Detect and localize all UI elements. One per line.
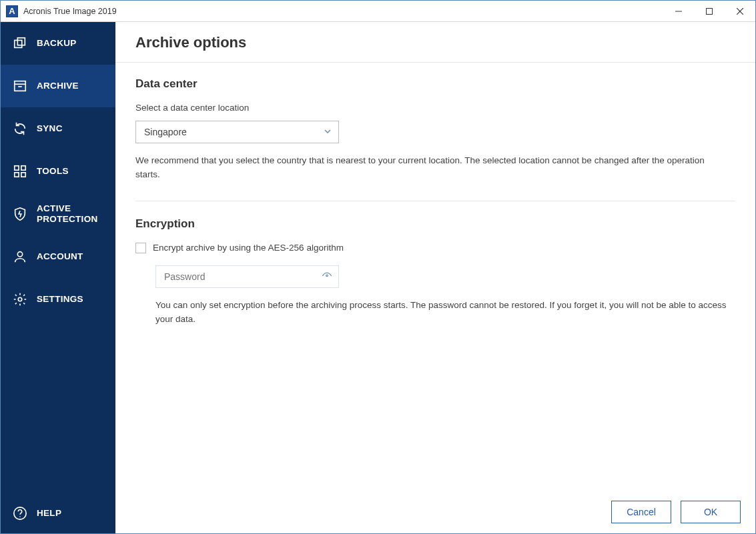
svg-point-17 [326,275,328,277]
page-header: Archive options [115,22,755,63]
encryption-help-text: You can only set encryption before the a… [155,299,735,327]
datacenter-label: Select a data center location [135,103,735,113]
window-title: Acronis True Image 2019 [23,7,117,16]
user-icon [13,249,27,264]
maximize-button[interactable] [694,1,725,22]
footer-buttons: Cancel OK [115,491,755,533]
sidebar-item-label: SYNC [37,123,63,134]
sidebar-item-label: HELP [37,508,61,519]
minimize-button[interactable] [663,1,694,22]
datacenter-select[interactable]: Singapore [135,121,339,143]
svg-point-13 [17,252,22,257]
cancel-button[interactable]: Cancel [611,501,671,523]
section-heading-encryption: Encryption [135,217,735,231]
sidebar-item-label: ACCOUNT [37,251,83,262]
sidebar-item-sync[interactable]: SYNC [1,107,115,150]
section-divider [135,201,735,201]
svg-rect-11 [15,173,19,177]
datacenter-help-text: We recommend that you select the country… [135,154,729,182]
sidebar-item-label: ACTIVE PROTECTION [37,203,103,225]
svg-rect-10 [21,166,25,170]
titlebar: A Acronis True Image 2019 [1,1,755,22]
sync-icon [13,121,27,136]
encrypt-checkbox-label: Encrypt archive by using the AES-256 alg… [153,243,344,253]
sidebar-item-label: TOOLS [37,166,69,177]
app-window: A Acronis True Image 2019 [0,0,756,534]
sidebar-item-tools[interactable]: TOOLS [1,150,115,193]
shield-icon [13,207,27,221]
datacenter-select-value: Singapore [144,127,187,137]
ok-button[interactable]: OK [681,501,741,523]
sidebar-item-settings[interactable]: SETTINGS [1,278,115,321]
gear-icon [13,292,27,307]
svg-rect-4 [15,40,22,47]
svg-point-14 [18,297,22,301]
page-title: Archive options [135,34,735,51]
svg-point-16 [19,516,20,517]
sidebar-item-archive[interactable]: ARCHIVE [1,65,115,107]
page-content: Data center Select a data center locatio… [115,63,755,491]
sidebar-item-label: SETTINGS [37,294,83,305]
sidebar-item-help[interactable]: HELP [1,493,115,533]
backup-icon [13,36,27,51]
tools-icon [13,164,27,179]
sidebar: BACKUP ARCHIVE [1,22,115,533]
sidebar-item-account[interactable]: ACCOUNT [1,235,115,278]
app-icon: A [6,5,18,17]
encrypt-checkbox[interactable] [135,243,146,253]
section-heading-datacenter: Data center [135,77,735,91]
chevron-down-icon [324,127,332,137]
svg-rect-1 [707,8,713,14]
svg-rect-5 [17,38,25,45]
svg-rect-9 [15,166,19,170]
svg-rect-12 [21,173,25,177]
sidebar-item-label: ARCHIVE [37,81,79,91]
main-pane: Archive options Data center Select a dat… [115,22,755,533]
help-icon [13,506,27,521]
eye-icon[interactable] [322,271,332,283]
archive-icon [13,79,27,93]
svg-rect-6 [15,81,26,91]
encryption-password-input[interactable] [155,265,339,288]
sidebar-item-label: BACKUP [37,38,77,49]
sidebar-item-active-protection[interactable]: ACTIVE PROTECTION [1,193,115,235]
sidebar-item-backup[interactable]: BACKUP [1,22,115,65]
close-button[interactable] [725,1,755,22]
